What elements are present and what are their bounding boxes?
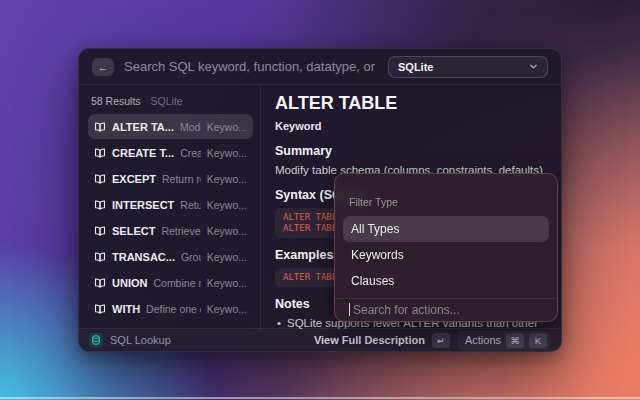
filter-option-keywords[interactable]: Keywords bbox=[343, 242, 549, 268]
list-item-accessory: Keywo... bbox=[207, 251, 247, 263]
text-cursor bbox=[349, 303, 350, 316]
open-book-icon bbox=[94, 277, 106, 289]
list-item-subtitle: Define one or m... bbox=[146, 303, 201, 315]
list-item-except[interactable]: EXCEPT Return rows f... Keywo... bbox=[88, 166, 253, 191]
search-input[interactable]: Search SQL keyword, function, datatype, … bbox=[124, 59, 378, 74]
list-item-accessory: Keywo... bbox=[207, 225, 247, 237]
actions-search-placeholder: Search for actions... bbox=[353, 303, 460, 317]
app-name: SQL Lookup bbox=[110, 334, 171, 346]
list-item-subtitle: Modify ta... bbox=[180, 121, 201, 133]
arrow-left-icon: ← bbox=[98, 61, 109, 73]
list-item-intersect[interactable]: INTERSECT Return ro... Keywo... bbox=[88, 192, 253, 217]
search-bar: ← Search SQL keyword, function, datatype… bbox=[79, 49, 561, 85]
list-item-title: UNION bbox=[112, 277, 147, 289]
list-item-subtitle: Return rows f... bbox=[162, 173, 201, 185]
list-item-with[interactable]: WITH Define one or m... Keywo... bbox=[88, 296, 253, 321]
results-scope: SQLite bbox=[151, 95, 183, 107]
open-book-icon bbox=[94, 225, 106, 237]
return-key-icon: ↵ bbox=[432, 333, 450, 348]
summary-heading: Summary bbox=[275, 144, 547, 158]
footer-bar: SQL Lookup View Full Description ↵ Actio… bbox=[79, 328, 561, 351]
list-item-union[interactable]: UNION Combine resul... Keywo... bbox=[88, 270, 253, 295]
results-count: 58 Results bbox=[91, 95, 141, 107]
view-full-description-button[interactable]: View Full Description bbox=[314, 334, 425, 346]
open-book-icon bbox=[94, 173, 106, 185]
sql-lookup-window: ← Search SQL keyword, function, datatype… bbox=[78, 48, 562, 352]
list-item-accessory: Keywo... bbox=[207, 199, 247, 211]
database-icon bbox=[89, 333, 103, 347]
detail-title: ALTER TABLE bbox=[275, 93, 547, 114]
list-item-title: WITH bbox=[112, 303, 140, 315]
list-item-title: INTERSECT bbox=[112, 199, 174, 211]
back-button[interactable]: ← bbox=[92, 58, 114, 76]
k-key-icon: K bbox=[529, 333, 547, 348]
list-item-alter-table[interactable]: ALTER TA... Modify ta... Keywo... bbox=[88, 114, 253, 139]
open-book-icon bbox=[94, 147, 106, 159]
chevron-down-icon bbox=[529, 62, 538, 71]
filter-type-label: Filter Type bbox=[349, 196, 543, 208]
list-item-title: TRANSAC... bbox=[112, 251, 175, 263]
open-book-icon bbox=[94, 251, 106, 263]
list-item-title: ALTER TA... bbox=[112, 121, 174, 133]
open-book-icon bbox=[94, 121, 106, 133]
engine-dropdown-value: SQLite bbox=[398, 61, 433, 73]
list-item-subtitle: Return ro... bbox=[180, 199, 200, 211]
list-item-title: EXCEPT bbox=[112, 173, 156, 185]
list-item-create-table[interactable]: CREATE T... Create a... Keywo... bbox=[88, 140, 253, 165]
list-item-subtitle: Retrieve colu... bbox=[161, 225, 200, 237]
results-list: 58 Results SQLite ALTER TA... Modify ta.… bbox=[79, 85, 260, 330]
detail-type-badge: Keyword bbox=[275, 120, 547, 132]
filter-type-popup: Filter Type All Types Keywords Clauses S… bbox=[334, 173, 558, 322]
list-item-accessory: Keywo... bbox=[207, 147, 247, 159]
actions-button[interactable]: Actions ⌘ K bbox=[457, 331, 551, 350]
results-header: 58 Results SQLite bbox=[88, 89, 253, 114]
list-item-accessory: Keywo... bbox=[207, 303, 247, 315]
open-book-icon bbox=[94, 303, 106, 315]
engine-dropdown[interactable]: SQLite bbox=[388, 56, 548, 78]
list-item-subtitle: Create a... bbox=[180, 147, 201, 159]
open-book-icon bbox=[94, 199, 106, 211]
actions-search-input[interactable]: Search for actions... bbox=[343, 299, 549, 321]
list-item-subtitle: Group st... bbox=[181, 251, 201, 263]
filter-option-all-types[interactable]: All Types bbox=[343, 216, 549, 242]
list-item-accessory: Keywo... bbox=[207, 173, 247, 185]
list-item-accessory: Keywo... bbox=[207, 277, 247, 289]
actions-label: Actions bbox=[465, 334, 501, 346]
list-item-transaction[interactable]: TRANSAC... Group st... Keywo... bbox=[88, 244, 253, 269]
command-key-icon: ⌘ bbox=[506, 333, 524, 348]
background-window-edge bbox=[0, 397, 640, 399]
list-item-title: CREATE T... bbox=[112, 147, 174, 159]
list-item-accessory: Keywo... bbox=[207, 121, 247, 133]
list-item-subtitle: Combine resul... bbox=[153, 277, 200, 289]
list-item-select[interactable]: SELECT Retrieve colu... Keywo... bbox=[88, 218, 253, 243]
list-item-title: SELECT bbox=[112, 225, 155, 237]
filter-option-clauses[interactable]: Clauses bbox=[343, 268, 549, 294]
